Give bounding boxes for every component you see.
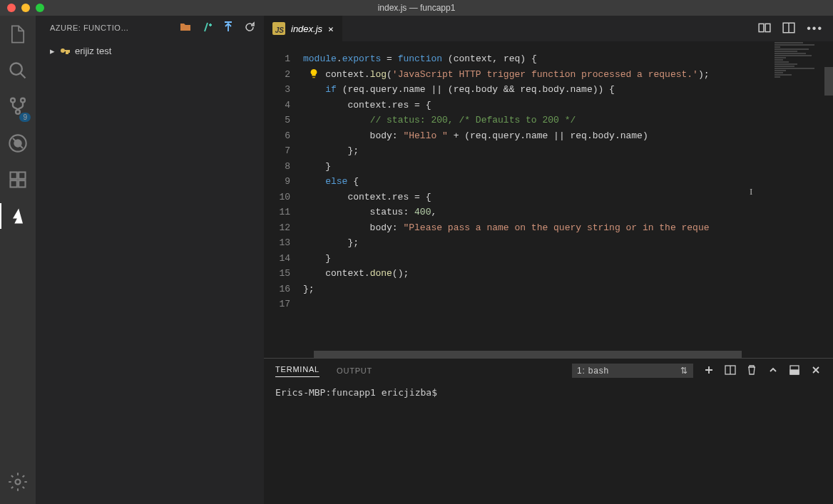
- tab-output[interactable]: OUTPUT: [337, 366, 372, 375]
- svg-point-10: [16, 480, 21, 485]
- sidebar-title: AZURE: FUNCTIO…: [50, 24, 180, 32]
- split-editor-icon[interactable]: [782, 21, 795, 36]
- svg-point-2: [21, 98, 25, 103]
- svg-rect-17: [790, 370, 799, 374]
- tab-label: index.js: [291, 24, 322, 34]
- window-title: index.js — funcapp1: [378, 3, 456, 13]
- explorer-icon[interactable]: [8, 24, 28, 46]
- code-editor[interactable]: I 1234567891011121314151617 module.expor…: [264, 41, 833, 351]
- terminal-selector[interactable]: 1: bash⇅: [572, 364, 693, 378]
- azure-icon[interactable]: [8, 206, 28, 228]
- lightbulb-icon[interactable]: [309, 68, 319, 78]
- close-panel-icon[interactable]: [810, 364, 822, 377]
- deploy-icon[interactable]: [223, 21, 234, 34]
- refresh-icon[interactable]: [244, 21, 255, 34]
- line-gutter: 1234567891011121314151617: [264, 41, 303, 351]
- scm-badge: 9: [19, 113, 31, 122]
- debug-icon[interactable]: [8, 133, 28, 155]
- svg-point-5: [14, 140, 21, 146]
- more-icon[interactable]: •••: [807, 22, 823, 35]
- svg-rect-8: [19, 180, 25, 187]
- svg-point-3: [16, 110, 20, 114]
- svg-rect-9: [19, 173, 25, 179]
- kill-terminal-icon[interactable]: [746, 364, 757, 377]
- svg-point-0: [11, 63, 22, 75]
- terminal-prompt: Erics-MBP:funcapp1 ericjizba$: [275, 387, 437, 398]
- svg-point-1: [11, 98, 15, 103]
- create-function-icon[interactable]: [201, 21, 213, 34]
- sidebar-header: AZURE: FUNCTIO…: [36, 16, 264, 40]
- chevron-up-icon[interactable]: [767, 364, 779, 377]
- compare-icon[interactable]: [758, 21, 771, 36]
- split-terminal-icon[interactable]: [725, 364, 736, 377]
- tree: ▸ erijiz test: [36, 40, 264, 58]
- activity-bar: 9: [0, 16, 36, 504]
- tab-bar: JS index.js × •••: [264, 16, 833, 41]
- window-controls: [0, 4, 44, 12]
- settings-gear-icon[interactable]: [8, 472, 28, 494]
- horizontal-scrollbar[interactable]: [264, 351, 833, 358]
- tree-item-label: erijiz test: [75, 46, 111, 56]
- tree-item[interactable]: ▸ erijiz test: [50, 43, 264, 58]
- bottom-panel: TERMINAL OUTPUT 1: bash⇅ Erics-MBP:funca…: [264, 358, 833, 504]
- key-icon: [59, 45, 71, 56]
- tab-terminal[interactable]: TERMINAL: [275, 365, 320, 377]
- search-icon[interactable]: [8, 61, 28, 83]
- minimap[interactable]: [775, 41, 832, 84]
- svg-rect-7: [11, 180, 17, 187]
- svg-point-11: [61, 48, 65, 53]
- source-control-icon[interactable]: 9: [8, 97, 28, 119]
- terminal-body[interactable]: Erics-MBP:funcapp1 ericjizba$: [264, 383, 833, 504]
- js-file-icon: JS: [272, 22, 285, 35]
- panel-tabs: TERMINAL OUTPUT 1: bash⇅: [264, 359, 833, 383]
- extensions-icon[interactable]: [8, 170, 28, 192]
- folder-icon[interactable]: [180, 21, 191, 34]
- new-terminal-icon[interactable]: [703, 364, 715, 377]
- svg-rect-12: [759, 24, 764, 31]
- svg-rect-6: [11, 173, 17, 179]
- minimize-window[interactable]: [21, 4, 30, 12]
- close-tab-icon[interactable]: ×: [328, 24, 334, 34]
- text-cursor: I: [750, 184, 752, 200]
- code-content[interactable]: module.exports = function (context, req)…: [303, 41, 833, 351]
- chevron-updown-icon: ⇅: [680, 366, 688, 376]
- zoom-window[interactable]: [36, 4, 44, 12]
- chevron-right-icon: ▸: [50, 46, 55, 56]
- titlebar: index.js — funcapp1: [0, 0, 833, 16]
- close-window[interactable]: [7, 4, 16, 12]
- tab-index-js[interactable]: JS index.js ×: [264, 16, 342, 41]
- editor-group: JS index.js × ••• I 12345678910111213141…: [264, 16, 833, 504]
- maximize-panel-icon[interactable]: [789, 364, 800, 377]
- svg-rect-13: [765, 24, 770, 31]
- sidebar: AZURE: FUNCTIO… ▸ erijiz test: [36, 16, 264, 504]
